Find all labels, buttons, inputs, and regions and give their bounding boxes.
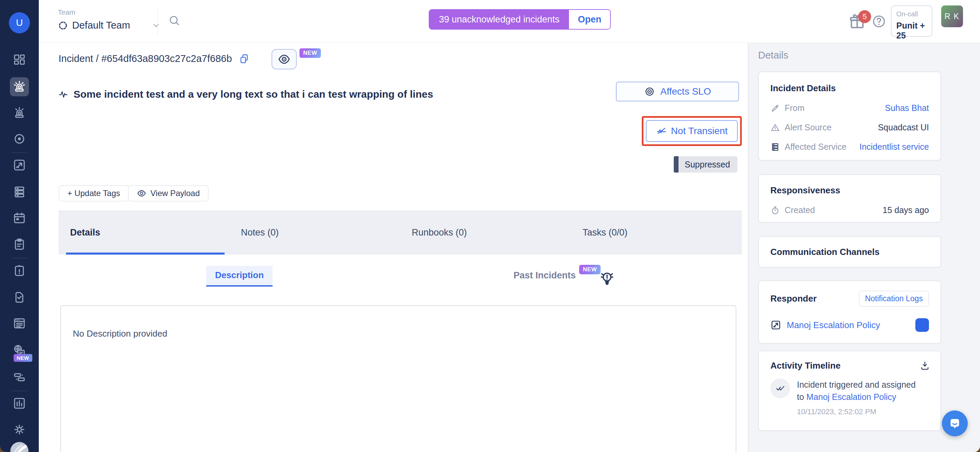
from-label: From — [785, 103, 804, 113]
download-icon[interactable] — [920, 360, 930, 371]
affects-slo-label: Affects SLO — [660, 86, 711, 97]
responder-policy-link[interactable]: Manoj Escalation Policy — [787, 320, 910, 331]
sidebar-item-schedules[interactable] — [10, 208, 29, 228]
notification-logs-button[interactable]: Notification Logs — [859, 291, 929, 307]
incident-title: Some incident test and a very long text … — [73, 89, 433, 100]
sidebar-item-analytics[interactable] — [10, 394, 29, 413]
transient-pulse-icon — [656, 126, 667, 137]
stopwatch-icon — [770, 205, 780, 215]
created-value: 15 days ago — [883, 205, 929, 215]
sidebar-divider — [11, 258, 27, 258]
sidebar-item-runbooks[interactable] — [10, 235, 29, 254]
schedules-icon — [13, 212, 26, 225]
affects-slo-button[interactable]: Affects SLO — [616, 82, 739, 102]
from-row: From Suhas Bhat — [770, 103, 929, 113]
oncall-widget[interactable]: On-call Punit + 25 — [891, 5, 932, 37]
sidebar-item-services[interactable] — [10, 182, 29, 202]
incident-tabbar: Details Notes (0) Runbooks (0) Tasks (0/… — [59, 210, 742, 255]
affected-service-label: Affected Service — [785, 142, 846, 152]
responder-title: Responder — [770, 293, 817, 304]
unacknowledged-incidents-count: 39 unacknowledged incidents — [430, 10, 569, 29]
responder-status-square[interactable] — [915, 318, 929, 332]
chat-icon — [948, 417, 961, 430]
workflows-icon — [13, 370, 26, 384]
tab-details[interactable]: Details — [59, 210, 229, 255]
tab-notes[interactable]: Notes (0) — [229, 210, 400, 255]
description-panel: No Description provided — [60, 305, 737, 452]
eye-icon — [137, 189, 146, 198]
view-payload-label: View Payload — [150, 189, 200, 198]
suppressed-tag-bar — [674, 156, 679, 173]
responder-card: Responder Notification Logs Manoj Escala… — [758, 280, 941, 344]
not-transient-highlight: Not Transient — [642, 116, 742, 146]
settings-icon — [13, 423, 26, 436]
suppressed-tag: Suppressed — [674, 156, 737, 173]
pencil-icon — [770, 103, 780, 113]
org-avatar[interactable]: U — [9, 12, 30, 33]
alert-source-row: Alert Source Squadcast UI — [770, 123, 929, 132]
search-icon[interactable] — [168, 14, 180, 27]
pulse-icon — [59, 89, 69, 99]
not-transient-button[interactable]: Not Transient — [646, 120, 738, 142]
webforms-icon — [13, 317, 26, 330]
sidebar-item-alert-sources[interactable] — [10, 103, 29, 123]
responsiveness-title: Responsiveness — [770, 185, 929, 196]
sidebar-item-postmortems[interactable] — [10, 261, 29, 280]
from-value[interactable]: Suhas Bhat — [885, 103, 929, 113]
sidebar-item-settings[interactable] — [10, 420, 29, 439]
watch-new-badge: NEW — [299, 48, 321, 58]
tab-runbooks[interactable]: Runbooks (0) — [400, 210, 571, 255]
unacknowledged-incidents-pill: 39 unacknowledged incidents Open — [429, 9, 611, 30]
alert-siren-icon — [13, 106, 26, 120]
team-name: Default Team — [72, 20, 130, 31]
oncall-label: On-call — [896, 10, 932, 18]
communication-channels-title: Communication Channels — [770, 247, 880, 257]
details-panel-header: Details — [758, 50, 788, 61]
service-icon — [770, 142, 780, 152]
timeline-entry-policy-link[interactable]: Manoj Escalation Policy — [807, 392, 896, 402]
tab-tasks[interactable]: Tasks (0/0) — [571, 210, 742, 255]
sidebar-item-webforms[interactable] — [10, 314, 29, 333]
postmortems-icon — [13, 264, 26, 277]
subtab-past-incidents[interactable]: Past Incidents — [514, 270, 576, 281]
responsiveness-card: Responsiveness Created 15 days ago — [758, 174, 941, 223]
lightbulb-icon[interactable] — [599, 270, 615, 286]
past-incidents-new-badge: NEW — [579, 265, 601, 274]
chat-widget-button[interactable] — [942, 411, 968, 436]
double-check-icon — [775, 383, 785, 393]
update-tags-button[interactable]: + Update Tags — [59, 185, 129, 202]
sidebar-item-dashboard[interactable] — [10, 50, 29, 69]
not-transient-label: Not Transient — [671, 126, 728, 137]
copy-icon[interactable] — [239, 53, 250, 64]
sidebar-divider — [11, 391, 27, 391]
alert-source-label: Alert Source — [785, 123, 832, 132]
watch-incident-button[interactable] — [272, 49, 297, 69]
created-label: Created — [785, 205, 815, 215]
whats-new-button[interactable]: 5 — [848, 12, 867, 31]
timeline-entry-avatar — [770, 379, 790, 398]
main-content: Incident / #654df63a8903c27c2a7f686b NEW… — [39, 43, 748, 452]
chevron-down-icon — [152, 21, 161, 30]
team-selector[interactable]: Team Default Team — [58, 8, 161, 31]
affected-service-value[interactable]: Incidentlist service — [859, 142, 929, 152]
sidebar-item-escalation-policies[interactable] — [10, 156, 29, 175]
topbar: Team Default Team 39 unacknowledged inci… — [39, 0, 980, 43]
sidebar-item-slo[interactable] — [10, 129, 29, 148]
timeline-entry: Incident triggered and assigned to Manoj… — [770, 379, 930, 416]
app-window: U — [0, 0, 980, 452]
view-payload-button[interactable]: View Payload — [128, 185, 208, 202]
subtab-description[interactable]: Description — [206, 266, 272, 286]
sidebar-item-incidents[interactable] — [10, 77, 29, 96]
open-incidents-button[interactable]: Open — [569, 10, 610, 29]
update-tags-label: + Update Tags — [67, 189, 120, 198]
warning-triangle-icon — [770, 123, 780, 132]
sidebar-item-tasks[interactable] — [10, 287, 29, 306]
activity-timeline-title: Activity Timeline — [770, 360, 840, 371]
affected-service-row: Affected Service Incidentlist service — [770, 142, 929, 152]
user-avatar[interactable]: R K — [941, 5, 963, 27]
breadcrumb: Incident / #654df63a8903c27c2a7f686b — [59, 53, 232, 64]
topbar-divider — [157, 8, 158, 35]
help-icon[interactable] — [872, 14, 886, 29]
responder-policy-row: Manoj Escalation Policy — [770, 318, 929, 332]
sidebar-item-workflows[interactable] — [10, 368, 29, 387]
